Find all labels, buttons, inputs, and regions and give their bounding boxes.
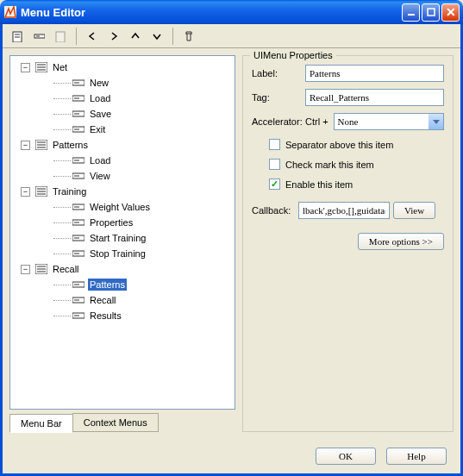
tree-connector: [53, 83, 71, 84]
item-icon: [72, 279, 84, 290]
maximize-button[interactable]: [422, 3, 440, 22]
new-item-disabled-button: [51, 27, 70, 46]
tree-node-label[interactable]: Exit: [88, 123, 107, 135]
tree-connector: [53, 300, 71, 301]
checkmark-label: Check mark this item: [285, 160, 374, 170]
tree-item-node[interactable]: Recall: [14, 292, 231, 308]
svg-rect-2: [428, 9, 435, 16]
item-icon: [72, 78, 84, 88]
label-input[interactable]: [305, 65, 444, 82]
tag-input[interactable]: [305, 89, 444, 106]
tag-field-label: Tag:: [252, 92, 305, 103]
dialog-footer: OK Help: [3, 439, 460, 473]
tree-connector: [53, 316, 71, 316]
callback-field-label: Callback:: [252, 205, 295, 216]
tree-menu-node[interactable]: −Recall: [14, 261, 231, 277]
tab-menu-bar[interactable]: Menu Bar: [9, 414, 73, 433]
app-icon: [3, 5, 17, 19]
tree-node-label[interactable]: Recall: [51, 263, 81, 275]
enable-label: Enable this item: [285, 179, 353, 190]
tree-node-label[interactable]: Patterns: [51, 139, 90, 151]
tree-item-node[interactable]: Weight Values: [14, 199, 231, 215]
minimize-button[interactable]: [402, 3, 420, 22]
accelerator-field-label: Accelerator:: [252, 116, 305, 127]
move-up-button[interactable]: [126, 27, 145, 46]
menu-icon: [35, 140, 47, 150]
ok-button[interactable]: OK: [316, 448, 376, 465]
accelerator-select[interactable]: None: [334, 113, 444, 130]
close-button[interactable]: ✕: [441, 3, 460, 22]
tree-node-label[interactable]: Start Training: [88, 232, 147, 244]
tree-node-label[interactable]: Training: [51, 185, 88, 197]
tree-item-node[interactable]: Patterns: [14, 277, 231, 292]
menu-icon: [35, 186, 47, 197]
tree-item-node[interactable]: Stop Training: [14, 246, 231, 261]
view-button[interactable]: View: [393, 202, 435, 219]
tree-node-label[interactable]: Stop Training: [88, 247, 147, 260]
tree-item-node[interactable]: New: [14, 75, 231, 91]
callback-input[interactable]: [298, 202, 390, 219]
item-icon: [72, 295, 84, 305]
tree-node-label[interactable]: Patterns: [88, 279, 127, 291]
tree-connector: [53, 160, 71, 161]
tree-node-label[interactable]: Weight Values: [88, 201, 152, 213]
tree-node-label[interactable]: Load: [88, 92, 112, 104]
tree-item-node[interactable]: Exit: [14, 122, 231, 137]
tree-item-node[interactable]: Start Training: [14, 230, 231, 246]
item-icon: [72, 202, 84, 212]
tree-node-label[interactable]: View: [88, 170, 112, 182]
tree-node-label[interactable]: Save: [88, 108, 113, 120]
tree-node-label[interactable]: New: [88, 77, 110, 89]
item-icon: [72, 310, 84, 321]
item-icon: [72, 171, 84, 181]
tree-item-node[interactable]: Results: [14, 308, 231, 323]
tree-node-label[interactable]: Recall: [88, 294, 118, 306]
accelerator-prefix: Ctrl +: [305, 116, 328, 127]
tab-context-menus[interactable]: Context Menus: [72, 413, 159, 432]
help-button[interactable]: Help: [386, 448, 447, 465]
separator-label: Separator above this item: [285, 140, 393, 150]
tree-item-node[interactable]: Save: [14, 106, 231, 122]
menu-tree[interactable]: −NetNewLoadSaveExit−PatternsLoadView−Tra…: [9, 55, 235, 410]
window-title: Menu Editor: [21, 6, 402, 19]
svg-rect-1: [408, 14, 415, 16]
tree-connector: [53, 207, 71, 208]
tree-menu-node[interactable]: −Patterns: [14, 137, 231, 153]
tree-menu-node[interactable]: −Training: [14, 184, 231, 199]
tree-node-label[interactable]: Properties: [88, 216, 135, 229]
tree-connector: [53, 238, 71, 239]
new-item-button[interactable]: [29, 27, 48, 46]
tree-node-label[interactable]: Results: [88, 310, 123, 322]
tree-menu-node[interactable]: −Net: [14, 60, 231, 75]
label-field-label: Label:: [252, 68, 305, 78]
tree-item-node[interactable]: Load: [14, 153, 231, 168]
tree-node-label[interactable]: Net: [51, 61, 69, 73]
tree-item-node[interactable]: Properties: [14, 215, 231, 230]
tree-item-node[interactable]: Load: [14, 91, 231, 106]
expander-icon[interactable]: −: [21, 141, 30, 150]
tree-connector: [53, 254, 71, 254]
move-left-button[interactable]: [83, 27, 102, 46]
svg-rect-8: [56, 32, 65, 42]
separator-checkbox[interactable]: [269, 139, 280, 150]
tree-node-label[interactable]: Load: [88, 154, 112, 166]
enable-checkbox[interactable]: [269, 178, 280, 190]
menu-icon: [35, 62, 47, 72]
expander-icon[interactable]: −: [21, 265, 30, 274]
delete-button[interactable]: [179, 27, 198, 46]
move-right-button[interactable]: [104, 27, 123, 46]
move-down-button[interactable]: [147, 27, 166, 46]
item-icon: [72, 217, 84, 228]
checkmark-checkbox[interactable]: [269, 159, 280, 170]
tree-connector: [53, 222, 71, 223]
tree-item-node[interactable]: View: [14, 168, 231, 184]
new-menu-button[interactable]: [8, 27, 27, 46]
expander-icon[interactable]: −: [21, 63, 30, 72]
expander-icon[interactable]: −: [21, 187, 30, 197]
tab-row: Menu Bar Context Menus: [9, 413, 235, 432]
item-icon: [72, 233, 84, 243]
menu-icon: [35, 264, 47, 274]
item-icon: [72, 93, 84, 103]
dropdown-arrow-icon: [429, 114, 443, 129]
more-options-button[interactable]: More options >>: [358, 233, 444, 250]
